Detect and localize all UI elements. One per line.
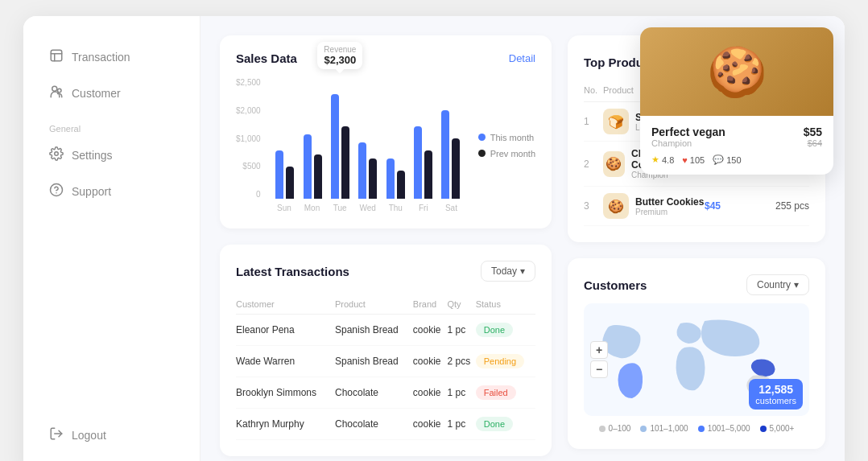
cell-brand: cookie xyxy=(413,409,448,440)
bar-this-month xyxy=(414,126,422,199)
legend-this-month: This month xyxy=(490,133,534,142)
x-label: Mon xyxy=(301,204,323,212)
svg-rect-0 xyxy=(51,50,62,61)
chart-x-labels: SunMonTueWedThuFriSat xyxy=(274,204,462,212)
sidebar-item-support[interactable]: Support xyxy=(39,175,184,208)
chevron-down-icon: ▾ xyxy=(520,265,525,277)
cell-qty: 1 pc xyxy=(447,315,475,346)
product-num: 2 xyxy=(584,158,603,170)
bar-prev-month xyxy=(369,158,377,199)
left-panel: Sales Data Detail $2,500 $2,000 $1,000 $… xyxy=(220,35,552,456)
customers-card: Customers Country ▾ xyxy=(568,258,825,449)
cell-product: Spanish Bread xyxy=(335,315,413,346)
x-label: Fri xyxy=(413,204,435,212)
bar-this-month xyxy=(441,110,449,199)
star-icon: ★ xyxy=(651,154,659,165)
cell-product: Chocolate xyxy=(335,409,413,440)
cell-brand: cookie xyxy=(413,315,448,346)
main-content: Sales Data Detail $2,500 $2,000 $1,000 $… xyxy=(200,16,845,461)
legend-label: 0–100 xyxy=(609,424,631,433)
col-status: Status xyxy=(476,294,535,315)
svg-point-3 xyxy=(55,152,59,156)
transactions-filter-button[interactable]: Today ▾ xyxy=(481,261,535,282)
bar-group xyxy=(439,78,461,199)
bar-this-month xyxy=(304,134,312,199)
general-section-label: General xyxy=(39,113,184,138)
zoom-out-button[interactable]: − xyxy=(590,360,608,378)
sales-data-card: Sales Data Detail $2,500 $2,000 $1,000 $… xyxy=(220,35,552,228)
product-num: 3 xyxy=(584,200,603,212)
sidebar: Transaction Customer General Settings S xyxy=(23,16,200,461)
col-brand: Brand xyxy=(413,294,448,315)
legend-entry: 1001–5,000 xyxy=(698,424,750,433)
chart-y-axis: $2,500 $2,000 $1,000 $500 0 xyxy=(236,78,266,199)
top-products-card: Top Products This Month ▾ No. Product Pr… xyxy=(568,35,825,242)
comment-icon: 💬 xyxy=(713,154,724,165)
bar-group xyxy=(411,78,434,199)
popup-comments: 150 xyxy=(726,155,741,165)
popup-product-orig-price: $64 xyxy=(804,138,822,148)
product-num: 1 xyxy=(584,116,603,127)
product-image: 🍪 xyxy=(603,193,629,219)
zoom-in-button[interactable]: + xyxy=(590,341,608,359)
cell-status: Done xyxy=(476,409,535,440)
logout-label: Logout xyxy=(72,429,106,442)
legend-label: 5,000+ xyxy=(770,424,795,433)
x-label: Tue xyxy=(329,204,351,212)
cell-product: Spanish Bread xyxy=(335,346,413,377)
transactions-table: Customer Product Brand Qty Status Eleano… xyxy=(236,294,535,440)
sidebar-item-customer[interactable]: Customer xyxy=(39,76,184,109)
legend-color xyxy=(760,426,767,432)
table-row: Wade Warren Spanish Bread cookie 2 pcs P… xyxy=(236,346,535,377)
svg-point-2 xyxy=(58,88,62,93)
cell-qty: 2 pcs xyxy=(447,346,475,377)
heart-icon: ♥ xyxy=(682,155,688,165)
popup-product-name: Perfect vegan xyxy=(651,126,725,138)
bar-prev-month xyxy=(314,154,322,199)
legend-entry: 0–100 xyxy=(599,424,631,433)
sidebar-item-settings[interactable]: Settings xyxy=(39,138,184,171)
transaction-icon xyxy=(49,48,64,65)
product-name: Butter Cookies xyxy=(635,196,704,208)
customers-title: Customers xyxy=(584,278,647,292)
popup-product-brand: Champion xyxy=(651,138,725,148)
product-sold: 255 pcs xyxy=(753,200,809,212)
sidebar-item-transaction[interactable]: Transaction xyxy=(39,40,184,73)
product-popup: 🍪 Perfect vegan Champion $55 $64 xyxy=(640,27,833,175)
popup-rating: 4.8 xyxy=(662,155,674,165)
bar-this-month xyxy=(275,150,283,199)
legend-label: 1001–5,000 xyxy=(708,424,750,433)
product-row: 3 🍪 Butter Cookies Premium $45 255 pcs xyxy=(584,187,809,226)
right-panel: Top Products This Month ▾ No. Product Pr… xyxy=(568,35,825,456)
transactions-filter-label: Today xyxy=(491,265,517,277)
customers-filter-button[interactable]: Country ▾ xyxy=(746,274,809,295)
sidebar-item-label: Settings xyxy=(72,149,113,162)
popup-product-image: 🍪 xyxy=(640,27,833,116)
x-label: Sat xyxy=(440,204,462,212)
bar-this-month xyxy=(331,94,339,199)
cell-brand: cookie xyxy=(413,377,448,409)
x-label: Wed xyxy=(357,204,378,212)
legend-color xyxy=(698,426,705,432)
cell-brand: cookie xyxy=(413,346,448,377)
cell-customer: Eleanor Pena xyxy=(236,315,335,346)
col-qty: Qty xyxy=(447,294,475,315)
bar-group xyxy=(357,78,379,199)
bar-group: Revenue$2,300 xyxy=(329,78,351,199)
legend-entry: 101–1,000 xyxy=(640,424,688,433)
product-price: $45 xyxy=(705,200,753,212)
bar-this-month xyxy=(358,142,366,199)
customer-count-label: customers xyxy=(755,396,796,405)
bar-prev-month xyxy=(452,138,460,199)
popup-likes: 105 xyxy=(690,155,705,165)
product-info: 🍪 Butter Cookies Premium xyxy=(603,193,705,219)
logout-icon xyxy=(49,426,64,443)
table-row: Kathryn Murphy Chocolate cookie 1 pc Don… xyxy=(236,409,535,440)
sales-data-title: Sales Data xyxy=(236,51,297,65)
sales-data-detail-link[interactable]: Detail xyxy=(509,52,535,64)
settings-icon xyxy=(49,146,64,163)
logout-button[interactable]: Logout xyxy=(39,418,184,451)
product-image: 🍞 xyxy=(603,109,629,134)
cell-qty: 1 pc xyxy=(447,409,475,440)
svg-point-1 xyxy=(52,86,57,91)
